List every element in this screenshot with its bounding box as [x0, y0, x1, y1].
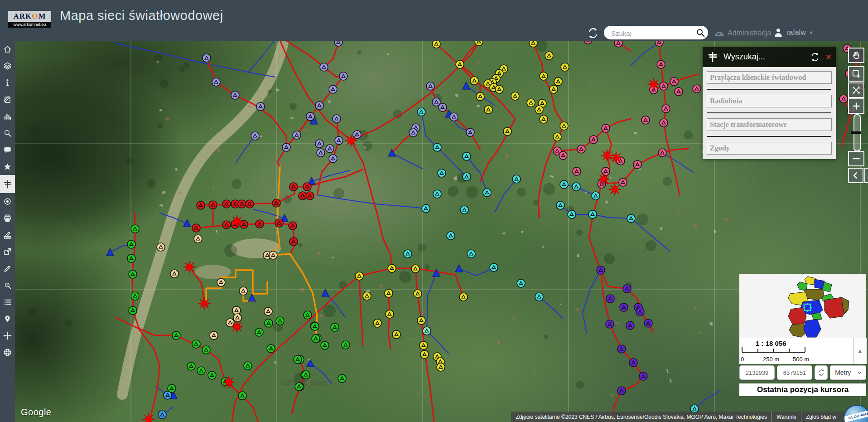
- field-zgody[interactable]: [707, 142, 832, 155]
- user-icon: [773, 27, 784, 38]
- app-window: ©2023 Google Google ARKOM www.arkomnet.e…: [0, 0, 868, 422]
- target-icon: [3, 197, 12, 206]
- zoom-window-icon: [3, 281, 12, 290]
- full-extent-icon: [852, 86, 861, 95]
- full-extent-button[interactable]: [848, 82, 864, 98]
- sidebar-item-layers[interactable]: [0, 58, 15, 74]
- chevron-down-icon: ▼: [809, 30, 814, 35]
- administration-label: Administracja: [728, 29, 771, 37]
- comment-icon: [3, 146, 12, 154]
- scale-tick-250: 250 m: [763, 356, 779, 363]
- imagery-credit: Zdjęcie satelitarne ©2023 CNES / Airbus,…: [511, 412, 772, 422]
- scale-tick-500: 500 m: [793, 356, 809, 363]
- field-radiolinia[interactable]: [707, 95, 832, 107]
- collapse-panel-button[interactable]: [848, 168, 863, 183]
- logo-url: www.arkomnet.eu: [8, 22, 51, 28]
- refresh-icon[interactable]: [587, 27, 599, 39]
- pencil-icon: [3, 264, 12, 273]
- search-panel: Wyszukaj... ✕: [703, 47, 836, 159]
- sidebar-item-clipboard[interactable]: [0, 91, 15, 108]
- divider: [707, 89, 831, 90]
- field-stacje[interactable]: [707, 118, 832, 131]
- search-input[interactable]: [610, 27, 693, 39]
- tool-sidebar: [0, 41, 15, 422]
- user-menu[interactable]: rafalw ▼: [773, 26, 814, 39]
- page-title: Mapa sieci światłowodowej: [60, 8, 223, 23]
- zoom-out-button[interactable]: [848, 151, 864, 166]
- sync-icon[interactable]: [815, 365, 828, 380]
- measure-icon: [3, 231, 12, 239]
- layers-icon: [3, 62, 12, 70]
- arkom-logo[interactable]: ARKOM www.arkomnet.eu: [8, 11, 51, 28]
- sidebar-item-pan[interactable]: [0, 327, 15, 344]
- sidebar-item-bar-chart[interactable]: [0, 108, 15, 125]
- sidebar-item-comment[interactable]: [0, 141, 15, 158]
- top-header: ARKOM www.arkomnet.eu Mapa sieci światło…: [0, 0, 868, 41]
- zoom-out-icon: [852, 154, 861, 163]
- zoom-slider[interactable]: [854, 114, 861, 151]
- divider: [707, 112, 831, 113]
- search-panel-body: [703, 67, 836, 159]
- pan-icon: [3, 331, 12, 340]
- globe-icon: [3, 348, 12, 357]
- coordinate-y-input[interactable]: [777, 365, 812, 380]
- sidebar-item-measure[interactable]: [0, 227, 15, 243]
- home-icon: [3, 45, 12, 53]
- sidebar-item-star[interactable]: [0, 158, 15, 175]
- sidebar-item-pencil[interactable]: [0, 260, 15, 277]
- search-panel-header[interactable]: Wyszukaj... ✕: [703, 47, 836, 67]
- location-pin-icon: [3, 315, 12, 323]
- coordinate-bar: Metry: [739, 365, 866, 380]
- signpost-icon: [3, 180, 12, 189]
- box-zoom-icon: [852, 69, 861, 78]
- collapse-left-icon: [851, 171, 860, 180]
- search-panel-title: Wyszukaj...: [723, 52, 810, 62]
- sidebar-item-print[interactable]: [0, 210, 15, 227]
- box-zoom-button[interactable]: [848, 66, 864, 82]
- search-icon: [3, 129, 12, 137]
- edge-button-partial[interactable]: [864, 168, 868, 183]
- info-icon: [3, 78, 12, 87]
- google-map-watermark: ©2023 Google: [281, 379, 328, 386]
- coordinate-x-input[interactable]: [739, 365, 775, 380]
- signpost-icon: [707, 52, 718, 63]
- search-icon[interactable]: [695, 28, 705, 38]
- sidebar-item-info[interactable]: [0, 74, 15, 91]
- gauge-icon: [714, 28, 725, 38]
- divider: [707, 136, 831, 137]
- attribution-bar: Zdjęcie satelitarne ©2023 CNES / Airbus,…: [511, 412, 868, 422]
- sidebar-item-share[interactable]: [0, 243, 15, 260]
- scale-widget: 1 : 18 056 0 250 m 500 m: [739, 338, 853, 364]
- panel-refresh-icon[interactable]: [810, 52, 820, 62]
- clipboard-icon: [3, 95, 12, 104]
- share-icon: [3, 247, 12, 256]
- close-icon[interactable]: ✕: [825, 53, 831, 61]
- list-icon: [3, 298, 12, 306]
- zoom-in-button[interactable]: [848, 98, 864, 114]
- map-controls: [848, 0, 868, 422]
- terms-link[interactable]: Warunki: [772, 412, 801, 422]
- administration-button[interactable]: Administracja: [714, 27, 771, 39]
- hand-icon: [852, 51, 861, 60]
- sidebar-item-target[interactable]: [0, 193, 15, 210]
- scale-tick-0: 0: [741, 356, 744, 363]
- cursor-position-label: Ostatnia pozycja kursora: [739, 383, 866, 396]
- sidebar-item-zoom-window[interactable]: [0, 277, 15, 294]
- username: rafalw: [786, 29, 806, 37]
- star-icon: [3, 162, 12, 171]
- sidebar-item-signpost[interactable]: [0, 175, 15, 193]
- print-icon: [3, 214, 12, 223]
- field-przylacza[interactable]: [707, 71, 832, 84]
- bar-chart-icon: [3, 112, 12, 121]
- pan-hand-button[interactable]: [848, 48, 864, 63]
- google-logo[interactable]: Google: [21, 407, 52, 417]
- sidebar-item-list[interactable]: [0, 294, 15, 310]
- sidebar-item-search[interactable]: [0, 125, 15, 141]
- sidebar-item-home[interactable]: [0, 41, 15, 58]
- zoom-slider-handle[interactable]: [851, 131, 861, 134]
- search-box[interactable]: [604, 26, 708, 39]
- sidebar-item-location-pin[interactable]: [0, 310, 15, 327]
- sidebar-item-globe[interactable]: [0, 344, 15, 361]
- overview-minimap[interactable]: [739, 274, 866, 338]
- zoom-in-icon: [852, 102, 861, 111]
